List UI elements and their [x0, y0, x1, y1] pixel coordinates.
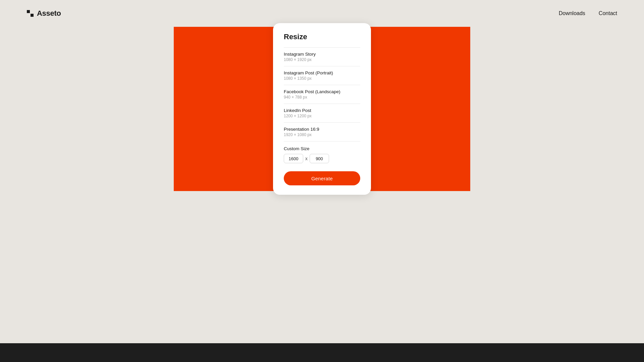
nav: Downloads Contact — [559, 10, 617, 16]
logo-sq-bl — [27, 14, 30, 17]
option-size-4: 644 × 362 px — [284, 132, 360, 137]
option-name-4: Presentation 16:9 — [284, 127, 360, 132]
option-presentation-16-9[interactable]: Presentation 16:9 644 × 362 px — [284, 123, 360, 141]
option-size-2: 940 × 788 px — [284, 95, 360, 100]
logo-sq-tl — [27, 10, 30, 13]
main-content: Resize Instagram Story 362 × 644 px In… — [0, 27, 644, 191]
option-linkedin-post[interactable]: LinkedIn Post 1200 × 1200 px — [284, 104, 360, 123]
option-size-1: 1080 × 1350 px — [284, 76, 360, 81]
custom-size-label: Custom Size — [284, 146, 360, 151]
custom-width-input[interactable] — [284, 154, 303, 163]
orange-banner: Resize Instagram Story 362 × 644 px In… — [174, 27, 470, 191]
option-name-1: Instagram Post (Portrait) — [284, 70, 360, 75]
logo-icon — [27, 10, 34, 17]
logo-sq-tr — [31, 10, 34, 13]
logo[interactable]: Asseto — [27, 9, 61, 18]
footer — [0, 343, 644, 362]
resize-card: Resize Instagram Story 362 × 644 px In… — [273, 23, 371, 195]
option-facebook-landscape[interactable]: Facebook Post (Landscape) 940 × 788 px — [284, 85, 360, 104]
option-size-0: 362 × 644 px — [284, 57, 360, 62]
option-name-3: LinkedIn Post — [284, 108, 360, 113]
custom-size-x: x — [305, 156, 308, 161]
nav-downloads[interactable]: Downloads — [559, 10, 585, 16]
logo-sq-br — [31, 14, 34, 17]
generate-button[interactable]: Generate — [284, 171, 360, 185]
option-name-0: Instagram Story — [284, 52, 360, 57]
option-size-3: 1200 × 1200 px — [284, 114, 360, 118]
card-title: Resize — [284, 33, 360, 41]
custom-height-input[interactable] — [310, 154, 329, 163]
custom-size-section: Custom Size x — [284, 141, 360, 165]
custom-size-inputs: x — [284, 154, 360, 163]
header: Asseto Downloads Contact — [0, 0, 644, 27]
option-instagram-story[interactable]: Instagram Story 362 × 644 px — [284, 47, 360, 66]
nav-contact[interactable]: Contact — [599, 10, 617, 16]
logo-text: Asseto — [37, 9, 61, 18]
option-name-2: Facebook Post (Landscape) — [284, 89, 360, 94]
option-instagram-portrait[interactable]: Instagram Post (Portrait) 1080 × 1350 px — [284, 66, 360, 85]
